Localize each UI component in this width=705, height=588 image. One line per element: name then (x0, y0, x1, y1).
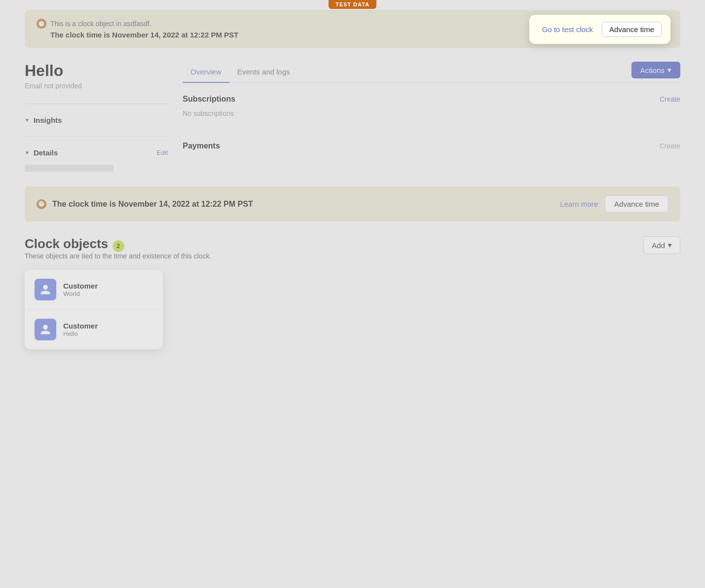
clock-banner-top: 🕐 This is a clock object in asdfasdf. Th… (25, 10, 680, 48)
person-icon (39, 284, 51, 295)
payments-create-link[interactable]: Create (660, 142, 680, 150)
clock-banner-line1: 🕐 This is a clock object in asdfasdf. (37, 19, 238, 29)
subscriptions-header: Subscriptions Create (183, 95, 680, 104)
list-item[interactable]: Customer World (25, 270, 163, 310)
insights-label: Insights (34, 116, 62, 124)
subscriptions-section: Subscriptions Create No subscriptions (183, 83, 680, 130)
divider-2 (25, 136, 168, 137)
details-chevron-icon: ▼ (25, 150, 30, 155)
person-icon-2 (39, 324, 51, 335)
tab-overview[interactable]: Overview (183, 62, 230, 83)
customer-name-world: World (63, 290, 98, 297)
customer-name: Hello (25, 62, 168, 80)
advance-time-button-bottom[interactable]: Advance time (605, 195, 668, 213)
left-panel: Hello Email not provided ▼ Insights ▼ De… (25, 62, 183, 172)
customer-email: Email not provided (25, 82, 168, 90)
right-panel: Overview Events and logs Actions ▾ Subsc… (183, 62, 680, 172)
insights-chevron-icon: ▼ (25, 117, 30, 123)
clock-banner-content: 🕐 This is a clock object in asdfasdf. Th… (37, 19, 238, 39)
tooltip-popup: Go to test clock Advance time (529, 15, 670, 44)
details-label: Details (34, 148, 58, 157)
add-button[interactable]: Add ▾ (643, 236, 680, 254)
actions-chevron-icon: ▾ (667, 66, 671, 74)
clock-objects-section: Clock objects 2 These objects are tied t… (25, 236, 680, 349)
tab-events-and-logs[interactable]: Events and logs (230, 62, 298, 83)
subscriptions-create-link[interactable]: Create (660, 95, 680, 103)
divider-1 (25, 104, 168, 104)
tabs-list: Overview Events and logs (183, 62, 298, 82)
clock-time-text: The clock time is November 14, 2022 at 1… (50, 31, 238, 39)
clock-icon: 🕐 (37, 19, 46, 29)
clock-objects-title: Clock objects (25, 236, 108, 251)
clock-objects-subtitle: These objects are tied to the time and e… (25, 252, 211, 260)
clock-objects-header: Clock objects 2 These objects are tied t… (25, 236, 680, 260)
badge-2: 2 (113, 240, 124, 252)
customer-avatar-world (35, 279, 56, 300)
customer-name-hello: Hello (63, 330, 98, 337)
goto-test-clock-button[interactable]: Go to test clock (538, 23, 597, 36)
subscriptions-empty: No subscriptions (183, 110, 680, 117)
clock-banner-bottom-text: The clock time is November 14, 2022 at 1… (52, 200, 253, 209)
clock-objects-dropdown: Customer World Customer Hello (25, 270, 163, 349)
customer-avatar-hello (35, 319, 56, 340)
customer-info-world: Customer World (63, 282, 98, 297)
insights-section-header[interactable]: ▼ Insights (25, 112, 168, 128)
clock-banner-bottom-left: 🕐 The clock time is November 14, 2022 at… (37, 199, 253, 209)
clock-icon-bottom: 🕐 (37, 199, 46, 209)
subscriptions-title: Subscriptions (183, 95, 235, 104)
add-chevron-icon: ▾ (668, 241, 672, 250)
details-edit-link[interactable]: Edit (157, 149, 168, 156)
customer-type-world: Customer (63, 282, 98, 290)
customer-section: Hello Email not provided ▼ Insights ▼ De… (25, 62, 680, 172)
learn-more-link[interactable]: Learn more (560, 200, 598, 208)
actions-button[interactable]: Actions ▾ (631, 62, 680, 78)
advance-time-button-top[interactable]: Advance time (602, 22, 662, 37)
payments-section: Payments Create (183, 130, 680, 169)
details-section-header: ▼ Details Edit (25, 145, 168, 161)
payments-header: Payments Create (183, 142, 680, 150)
payments-title: Payments (183, 142, 220, 150)
clock-banner-bottom-actions: Learn more Advance time (560, 195, 668, 213)
blurred-details (25, 165, 114, 172)
test-data-banner: TEST DATA (328, 0, 376, 9)
customer-info-hello: Customer Hello (63, 322, 98, 337)
clock-banner-bottom: 🕐 The clock time is November 14, 2022 at… (25, 186, 680, 221)
customer-type-hello: Customer (63, 322, 98, 330)
list-item[interactable]: Customer Hello (25, 310, 163, 349)
tabs-header: Overview Events and logs Actions ▾ (183, 62, 680, 83)
